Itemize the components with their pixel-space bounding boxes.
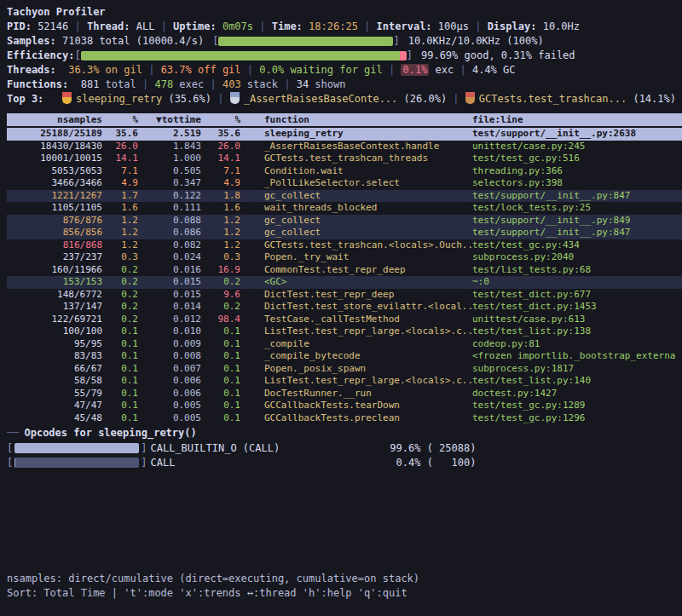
cell-tottime: 0.015 [138,276,201,289]
samples-bar-track [218,37,393,46]
cell-pct-cumulative: 98.4 [201,314,240,326]
cell-pct-direct: 0.3 [102,251,138,264]
table-row[interactable]: 5053/50537.10.5057.1Condition.waitthread… [7,165,682,178]
separator: | [383,64,402,76]
cell-pct-cumulative: 9.6 [201,289,240,302]
top-function-name: _AssertRaisesBaseConte... [244,93,404,105]
table-row[interactable]: 58/580.10.0060.1ListTest.test_repr_large… [7,375,682,388]
column-header-pct-direct[interactable]: % [102,113,138,126]
cell-file-line: test/lock_tests.py:25 [472,202,682,215]
table-row[interactable]: 10001/1001514.11.00014.1GCTests.test_tra… [7,153,682,165]
table-row[interactable]: 1105/11051.60.1111.6wait_threads_blocked… [7,202,682,215]
table-row[interactable]: 45/480.10.0050.1GCCallbackTests.preclean… [7,412,682,425]
table-row[interactable]: 237/2370.30.0240.3Popen._try_waitsubproc… [7,251,682,264]
functions-exec-value: 478 [154,78,173,90]
cell-pct-cumulative: 1.2 [201,239,240,252]
table-row[interactable]: 856/8561.20.0861.2gc_collecttest/support… [7,227,682,239]
cell-tottime: 0.111 [138,202,201,215]
table-row[interactable]: 876/8761.20.0881.2gc_collecttest/support… [7,215,682,227]
cell-nsamples: 153/153 [7,276,102,289]
cell-pct-direct: 0.1 [102,375,138,388]
table-row[interactable]: 122/697210.20.01298.4TestCase._callTestM… [7,314,682,326]
cell-pct-cumulative: 35.6 [201,128,240,141]
cell-pct-cumulative: 14.1 [201,153,240,165]
cell-pct-cumulative: 0.1 [201,363,240,376]
table-row[interactable]: 95/950.10.0090.1_compilecodeop.py:81 [7,338,682,351]
cell-function: GCCallbackTests.tearDown [240,400,472,412]
separator-dashes: ── [7,427,19,439]
cell-nsamples: 45/48 [7,412,102,425]
cell-tottime: 0.016 [138,264,201,277]
cell-file-line: subprocess.py:2040 [472,251,682,264]
cell-nsamples: 816/868 [7,239,102,252]
cell-pct-cumulative: 1.2 [201,215,240,227]
cell-pct-direct: 1.2 [102,239,138,252]
table-row[interactable]: 816/8681.20.0821.2GCTests.test_trashcan.… [7,239,682,252]
table-row[interactable]: 100/1000.10.0100.1ListTest.test_repr_lar… [7,325,682,338]
stat-time-value: 18:26:25 [309,20,358,32]
cell-function: gc_collect [240,227,472,239]
table-row[interactable]: 83/830.10.0080.1_compile_bytecode<frozen… [7,350,682,363]
cell-pct-cumulative: 0.1 [201,325,240,338]
table-row[interactable]: 148/67720.20.0159.6DictTest.test_repr_de… [7,289,682,302]
cell-tottime: 0.010 [138,325,201,338]
cell-pct-direct: 1.7 [102,190,138,203]
app-title: Tachyon Profiler [7,5,682,20]
cell-file-line: unittest/case.py:245 [472,141,682,153]
cell-file-line: test/test_gc.py:434 [472,239,682,252]
stat-uptime-value: 0m07s [223,20,253,32]
separator: | [154,20,173,32]
bar-bracket-left: [ [212,34,218,49]
cell-file-line: test/test_dict.py:1453 [472,301,682,314]
cell-function: DictTest.test_repr_deep [240,289,472,302]
column-header-tottime[interactable]: ▼tottime [138,113,201,126]
table-row[interactable]: 137/1470.20.0140.2DictTest.test_store_ev… [7,301,682,314]
table-row[interactable]: 55/790.10.0060.1DocTestRunner.__rundocte… [7,388,682,400]
cell-pct-direct: 35.6 [102,128,138,141]
cell-file-line: test/support/__init__.py:847 [472,190,682,203]
cell-pct-cumulative: 26.0 [201,141,240,153]
efficiency-bar-track [81,51,407,60]
table-row[interactable]: 47/470.10.0050.1GCCallbackTests.tearDown… [7,400,682,412]
cell-tottime: 0.007 [138,363,201,376]
top-function-pct: (35.6%) [168,93,211,105]
cell-pct-direct: 1.6 [102,202,138,215]
cell-function: sleeping_retry [240,128,472,141]
table-row[interactable]: 3466/34664.90.3474.9_PollLikeSelector.se… [7,177,682,190]
top3-label: Top 3: [7,93,43,105]
cell-file-line: doctest.py:1427 [472,388,682,400]
cell-nsamples: 122/69721 [7,314,102,326]
cell-pct-cumulative: 0.1 [201,388,240,400]
column-header-nsamples[interactable]: nsamples [7,113,102,126]
column-header-function[interactable]: function [240,113,472,126]
table-row[interactable]: 153/1530.20.0150.2<GC>~:0 [7,276,682,289]
stat-display-label: Display: [488,20,543,32]
table-row[interactable]: 25188/2518935.62.51935.6sleeping_retryte… [7,128,682,141]
opcodes-section-title: ──Opcodes for sleeping_retry() [7,426,682,440]
cell-file-line: codeop.py:81 [472,338,682,351]
opcodes-list: []CALL_BUILTIN_O (CALL)99.6% ( 25088)[]C… [7,440,682,469]
bar-bracket-right: ] [393,34,399,49]
separator: | [454,64,472,76]
bar-bracket-right: ] [407,49,413,63]
cell-file-line: threading.py:366 [472,165,682,178]
cell-file-line: test/test_gc.py:1289 [472,400,682,412]
cell-nsamples: 137/147 [7,301,102,314]
opcode-row: []CALL_BUILTIN_O (CALL)99.6% ( 25088) [7,440,682,455]
separator: | [241,64,260,76]
cell-function: Condition.wait [240,165,472,178]
opcode-name: CALL [150,457,355,469]
samples-bar-fill [218,37,393,46]
column-header-file-line[interactable]: file:line [472,113,682,126]
cell-nsamples: 25188/25189 [7,128,102,141]
table-row[interactable]: 160/119660.20.01616.9CommonTest.test_rep… [7,264,682,277]
table-row[interactable]: 18430/1843026.01.84326.0_AssertRaisesBas… [7,141,682,153]
table-row[interactable]: 1221/12671.70.1221.8gc_collecttest/suppo… [7,190,682,203]
top-function-pct: (14.1%) [633,93,676,105]
cell-pct-direct: 7.1 [102,165,138,178]
efficiency-bar: [] [74,49,412,63]
cell-file-line: test/support/__init__.py:847 [472,227,682,239]
column-header-pct-cumulative[interactable]: % [201,113,240,126]
opcode-bar-fill [14,458,15,468]
table-row[interactable]: 66/670.10.0070.1Popen._posix_spawnsubpro… [7,363,682,376]
